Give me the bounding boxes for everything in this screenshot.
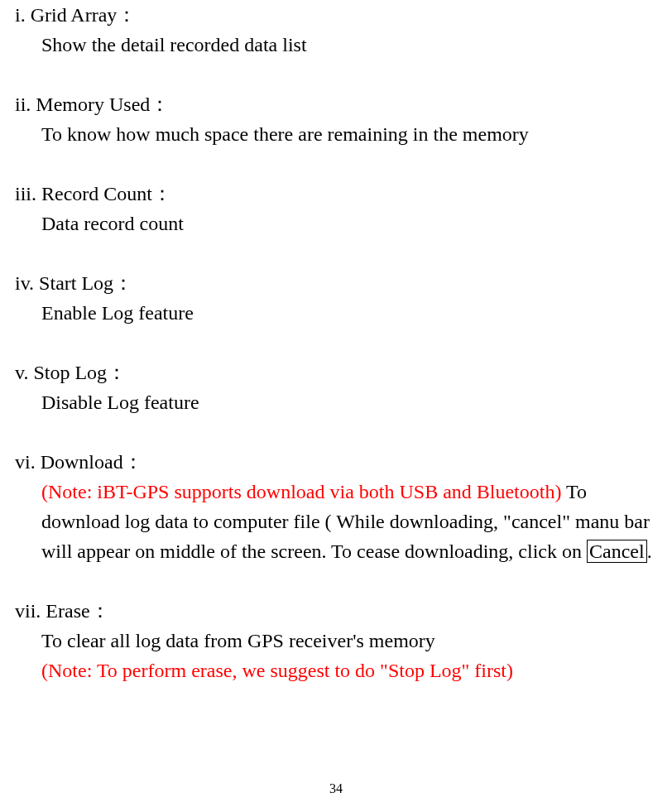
page-number: 34 — [0, 779, 672, 799]
section-erase: vii. Erase： To clear all log data from G… — [15, 596, 655, 685]
section-memory-used: ii. Memory Used： To know how much space … — [15, 89, 655, 149]
section-start-log: iv. Start Log： Enable Log feature — [15, 268, 655, 328]
heading-erase: vii. Erase： — [15, 596, 655, 626]
section-grid-array: i. Grid Array： Show the detail recorded … — [15, 0, 655, 60]
section-stop-log: v. Stop Log： Disable Log feature — [15, 358, 655, 417]
body-start-log: Enable Log feature — [15, 298, 655, 328]
heading-memory-used: ii. Memory Used： — [15, 89, 655, 119]
download-note: (Note: iBT-GPS supports download via bot… — [41, 481, 561, 502]
body-grid-array: Show the detail recorded data list — [15, 30, 655, 60]
heading-download: vi. Download： — [15, 447, 655, 477]
body-erase: To clear all log data from GPS receiver'… — [15, 626, 655, 685]
download-text-b: . — [647, 540, 652, 562]
body-stop-log: Disable Log feature — [15, 387, 655, 417]
heading-record-count: iii. Record Count： — [15, 179, 655, 209]
heading-grid-array: i. Grid Array： — [15, 0, 655, 30]
section-record-count: iii. Record Count： Data record count — [15, 179, 655, 238]
body-record-count: Data record count — [15, 209, 655, 238]
heading-start-log: iv. Start Log： — [15, 268, 655, 298]
body-download: (Note: iBT-GPS supports download via bot… — [15, 477, 655, 566]
body-memory-used: To know how much space there are remaini… — [15, 119, 655, 149]
section-download: vi. Download： (Note: iBT-GPS supports do… — [15, 447, 655, 566]
heading-stop-log: v. Stop Log： — [15, 358, 655, 387]
erase-text: To clear all log data from GPS receiver'… — [41, 630, 435, 651]
cancel-button-label: Cancel — [587, 540, 647, 563]
erase-note: (Note: To perform erase, we suggest to d… — [41, 660, 513, 681]
